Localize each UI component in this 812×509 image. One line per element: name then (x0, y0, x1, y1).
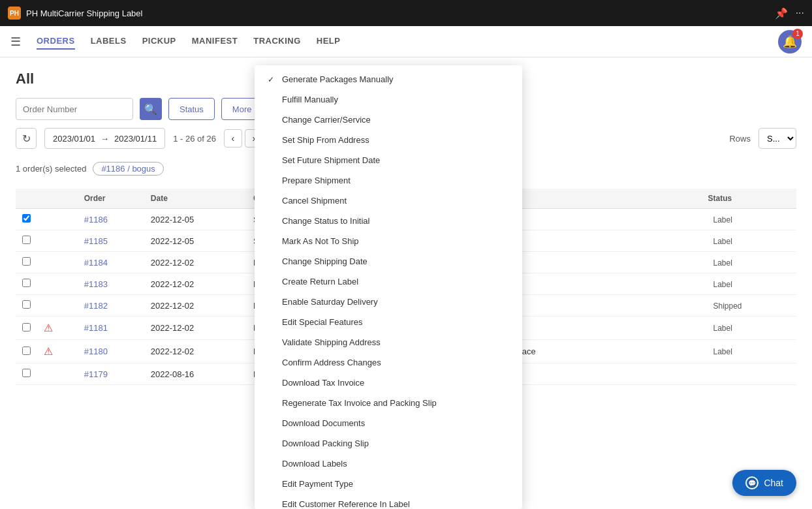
dropdown-item-prepare-shipment[interactable]: Prepare Shipment (255, 170, 522, 191)
prev-page-button[interactable]: ‹ (224, 129, 242, 147)
date-from: 2023/01/01 (53, 134, 95, 144)
dropdown-item-mark-not-ship[interactable]: Mark As Not To Ship (255, 231, 522, 251)
row-order[interactable]: #1180 (78, 340, 144, 363)
pin-icon[interactable]: 📌 (775, 7, 788, 20)
row-alert (37, 209, 78, 230)
row-status (702, 363, 797, 385)
col-checkbox (16, 189, 37, 209)
dropdown-item-set-future-shipment[interactable]: Set Future Shipment Date (255, 150, 522, 170)
row-date: 2022-08-16 (144, 363, 247, 385)
dropdown-item-change-shipping-date[interactable]: Change Shipping Date (255, 251, 522, 271)
row-checkbox[interactable] (16, 252, 37, 273)
chat-icon: 💬 (745, 476, 758, 489)
row-status: Label (702, 252, 797, 273)
alert-icon: ⚠ (44, 322, 53, 333)
row-checkbox[interactable] (16, 363, 37, 385)
row-order[interactable]: #1182 (78, 295, 144, 316)
check-icon: ✓ (268, 75, 277, 84)
dropdown-item-fulfill-manually[interactable]: Fulfill Manually (255, 89, 522, 110)
row-order[interactable]: #1179 (78, 363, 144, 385)
dropdown-item-create-return-label[interactable]: Create Return Label (255, 271, 522, 292)
dropdown-item-set-ship-from[interactable]: Set Ship From Address (255, 130, 522, 150)
search-button[interactable]: 🔍 (140, 98, 162, 120)
row-date: 2022-12-02 (144, 295, 247, 316)
col-date: Date (144, 189, 247, 209)
row-order[interactable]: #1185 (78, 230, 144, 252)
nav-labels[interactable]: LABELS (91, 33, 127, 50)
nav-help[interactable]: HELP (317, 33, 341, 50)
dropdown-item-generate-packages[interactable]: ✓ Generate Packages Manually (255, 69, 522, 89)
rows-select[interactable]: S... (758, 128, 796, 149)
row-status: Label (702, 230, 797, 252)
col-order: Order (78, 189, 144, 209)
selected-tag[interactable]: #1186 / bogus (93, 162, 163, 176)
row-checkbox[interactable] (16, 340, 37, 363)
row-order[interactable]: #1181 (78, 316, 144, 340)
nav-manifest[interactable]: MANIFEST (192, 33, 238, 50)
row-checkbox[interactable] (16, 209, 37, 230)
col-alert (37, 189, 78, 209)
row-alert: ⚠ (37, 316, 78, 340)
dropdown-item-edit-payment-type[interactable]: Edit Payment Type (255, 474, 522, 494)
chat-button[interactable]: 💬 Chat (732, 470, 796, 496)
row-alert (37, 252, 78, 273)
chat-label: Chat (764, 478, 783, 488)
title-bar-right: 📌 ··· (775, 7, 804, 20)
dropdown-item-download-documents[interactable]: Download Documents (255, 413, 522, 433)
dropdown-item-validate-shipping[interactable]: Validate Shipping Address (255, 332, 522, 352)
row-status: Label (702, 209, 797, 230)
row-alert (37, 230, 78, 252)
dropdown-item-download-tax-invoice[interactable]: Download Tax Invoice (255, 373, 522, 393)
dropdown-item-regenerate-tax[interactable]: Regenerate Tax Invoice and Packing Slip (255, 393, 522, 413)
row-order[interactable]: #1186 (78, 209, 144, 230)
app-title: PH MultiCarrier Shipping Label (26, 8, 142, 18)
app-icon: PH (8, 7, 21, 20)
alert-icon: ⚠ (44, 346, 53, 357)
context-dropdown: ✓ Generate Packages Manually Fulfill Man… (255, 65, 522, 509)
row-checkbox[interactable] (16, 230, 37, 252)
date-to: 2023/01/11 (114, 134, 157, 144)
row-date: 2022-12-02 (144, 252, 247, 273)
more-icon[interactable]: ··· (796, 7, 804, 19)
row-status: Label (702, 340, 797, 363)
nav-links: ORDERS LABELS PICKUP MANIFEST TRACKING H… (37, 33, 340, 50)
row-date: 2022-12-05 (144, 209, 247, 230)
order-number-input[interactable] (16, 98, 133, 120)
row-checkbox[interactable] (16, 273, 37, 295)
dropdown-item-edit-special-features[interactable]: Edit Special Features (255, 312, 522, 332)
notification-badge: 1 (792, 29, 803, 39)
nav-pickup[interactable]: PICKUP (142, 33, 176, 50)
row-status: Label (702, 316, 797, 340)
row-date: 2022-12-02 (144, 316, 247, 340)
refresh-button[interactable]: ↻ (16, 128, 37, 149)
row-checkbox[interactable] (16, 316, 37, 340)
title-bar: PH PH MultiCarrier Shipping Label 📌 ··· (0, 0, 812, 26)
nav-tracking[interactable]: TRACKING (253, 33, 301, 50)
dropdown-item-confirm-address[interactable]: Confirm Address Changes (255, 352, 522, 373)
notification-bell[interactable]: 🔔 1 (778, 30, 802, 54)
row-date: 2022-12-02 (144, 273, 247, 295)
dropdown-item-cancel-shipment[interactable]: Cancel Shipment (255, 191, 522, 211)
dropdown-item-download-labels[interactable]: Download Labels (255, 454, 522, 474)
row-order[interactable]: #1184 (78, 252, 144, 273)
arrow-icon: → (101, 134, 109, 144)
dropdown-item-change-carrier[interactable]: Change Carrier/Service (255, 110, 522, 130)
nav-orders[interactable]: ORDERS (37, 33, 75, 50)
dropdown-item-enable-saturday[interactable]: Enable Saturday Delivery (255, 292, 522, 312)
row-alert: ⚠ (37, 340, 78, 363)
row-date: 2022-12-02 (144, 340, 247, 363)
dropdown-item-change-status-initial[interactable]: Change Status to Initial (255, 211, 522, 231)
row-status: Label (702, 273, 797, 295)
pagination-info: 1 - 26 of 26 (173, 134, 216, 144)
hamburger-icon[interactable]: ☰ (10, 35, 21, 49)
row-order[interactable]: #1183 (78, 273, 144, 295)
status-button[interactable]: Status (168, 98, 215, 120)
row-date: 2022-12-05 (144, 230, 247, 252)
row-checkbox[interactable] (16, 295, 37, 316)
row-alert (37, 295, 78, 316)
dropdown-item-edit-customer-ref[interactable]: Edit Customer Reference In Label (255, 494, 522, 509)
date-range[interactable]: 2023/01/01 → 2023/01/11 (44, 128, 165, 149)
rows-label: Rows (729, 134, 751, 144)
dropdown-item-download-packing-slip[interactable]: Download Packing Slip (255, 433, 522, 454)
row-status: Shipped (702, 295, 797, 316)
